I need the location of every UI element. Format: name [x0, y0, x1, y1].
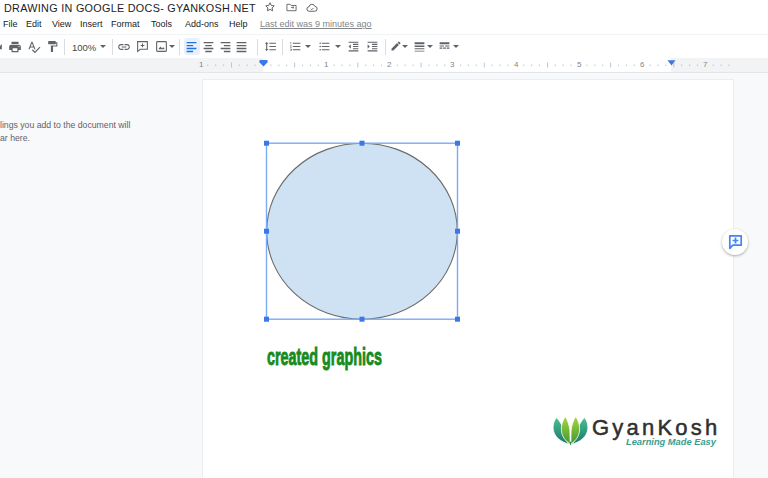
- svg-text:Learning Made Easy: Learning Made Easy: [626, 437, 717, 447]
